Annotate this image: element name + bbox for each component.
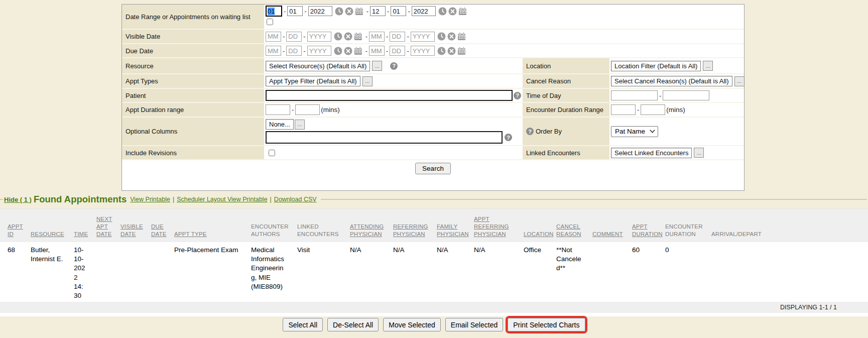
col-encounter-authors: ENCOUNTER AUTHORS: [243, 209, 290, 242]
clock-icon[interactable]: [437, 47, 446, 55]
due-from-year-input[interactable]: [307, 46, 331, 56]
download-csv-link[interactable]: Download CSV: [274, 196, 317, 203]
resource-select[interactable]: Select Resource(s) (Default is All): [266, 61, 370, 71]
cancel-reason-select[interactable]: Select Cancel Reason(s) (Default is All): [611, 76, 732, 86]
clock-icon[interactable]: [335, 7, 343, 16]
clock-icon[interactable]: [438, 7, 447, 16]
linked-encounters-picker-button[interactable]: ...: [694, 148, 704, 158]
date-to-year-input[interactable]: [412, 6, 436, 16]
time-of-day-to-input[interactable]: [663, 90, 709, 100]
hide-results-link[interactable]: Hide ( 1 ): [4, 196, 32, 203]
help-icon[interactable]: ?: [514, 92, 521, 99]
visible-from-month-input[interactable]: [266, 32, 281, 42]
date-range-label: Date Range or Appointments on waiting li…: [122, 5, 264, 29]
appt-types-select[interactable]: Appt Type Filter (Default is All): [266, 76, 360, 86]
calendar-icon[interactable]: [354, 32, 362, 41]
resource-picker-button[interactable]: ...: [372, 61, 382, 71]
clock-icon[interactable]: [334, 47, 342, 55]
optional-columns-select[interactable]: None...: [266, 119, 294, 130]
email-selected-button[interactable]: Email Selected: [445, 318, 503, 331]
patient-input[interactable]: [266, 90, 513, 101]
col-due-date: DUE DATE: [144, 209, 167, 242]
sort-family-physician-link[interactable]: FAMILY PHYSICIAN: [437, 223, 469, 237]
include-revisions-checkbox[interactable]: [269, 150, 275, 156]
clear-circle-icon[interactable]: [448, 7, 457, 16]
deselect-all-button[interactable]: De-Select All: [327, 318, 379, 331]
calendar-icon[interactable]: [458, 7, 467, 16]
clear-circle-icon[interactable]: [345, 7, 353, 16]
date-from-year-input[interactable]: [308, 6, 332, 16]
view-printable-link[interactable]: View Printable: [130, 196, 170, 203]
clock-icon[interactable]: [437, 32, 446, 41]
cell-due-date: [144, 242, 167, 302]
calendar-icon[interactable]: [355, 7, 363, 16]
sort-cancel-reason-link[interactable]: CANCEL REASON: [556, 223, 581, 237]
visible-from-day-input[interactable]: [286, 32, 302, 42]
date-to-month-input[interactable]: [370, 6, 386, 16]
due-to-year-input[interactable]: [411, 46, 435, 56]
linked-encounters-select[interactable]: Select Linked Encounters: [611, 148, 692, 158]
sort-location-link[interactable]: LOCATION: [524, 231, 554, 237]
sort-due-date-link[interactable]: DUE DATE: [151, 223, 167, 237]
search-button[interactable]: Search: [415, 163, 451, 174]
cell-appt-id: 68: [0, 242, 23, 302]
sort-referring-physician-link[interactable]: REFERRING PHYSICIAN: [393, 223, 428, 237]
sort-appt-referring-physician-link[interactable]: APPT REFERRING PHYSICIAN: [474, 216, 509, 237]
cancel-reason-picker-button[interactable]: ...: [734, 76, 745, 86]
help-icon[interactable]: ?: [390, 62, 398, 70]
appt-types-picker-button[interactable]: ...: [362, 76, 373, 86]
location-select[interactable]: Location Filter (Default is All): [611, 61, 701, 71]
appt-duration-to-input[interactable]: [295, 104, 320, 115]
due-to-month-input[interactable]: [369, 46, 385, 56]
location-picker-button[interactable]: ...: [703, 61, 713, 71]
select-all-button[interactable]: Select All: [283, 318, 323, 331]
scheduler-layout-view-printable-link[interactable]: Scheduler Layout View Printable: [177, 196, 267, 203]
sort-visible-date-link[interactable]: VISIBLE DATE: [120, 223, 143, 237]
encounter-duration-label: Encounter Duration Range: [523, 103, 609, 117]
clear-circle-icon[interactable]: [447, 32, 456, 41]
clock-icon[interactable]: [334, 32, 342, 41]
optional-columns-input[interactable]: [266, 131, 503, 144]
clear-circle-icon[interactable]: [344, 32, 352, 41]
linked-encounters-label: Linked Encounters: [523, 146, 609, 159]
link-separator: |: [270, 196, 272, 203]
calendar-icon[interactable]: [457, 32, 466, 41]
visible-to-month-input[interactable]: [369, 32, 385, 42]
resource-label: Resource: [122, 58, 264, 73]
table-row[interactable]: 68 Butler, Internist E. 10-10-2022 14:30…: [0, 242, 868, 302]
due-to-day-input[interactable]: [390, 46, 405, 56]
due-from-month-input[interactable]: [266, 46, 281, 56]
sort-attending-physician-link[interactable]: ATTENDING PHYSICIAN: [350, 223, 384, 237]
date-from-day-input[interactable]: [287, 6, 303, 16]
help-icon[interactable]: ?: [526, 128, 534, 135]
due-from-day-input[interactable]: [286, 46, 302, 56]
clear-circle-icon[interactable]: [344, 47, 352, 55]
visible-from-year-input[interactable]: [307, 32, 331, 42]
appt-duration-from-input[interactable]: [266, 104, 290, 115]
sort-appt-type-link[interactable]: APPT TYPE: [174, 231, 207, 237]
optional-columns-picker-button[interactable]: ...: [295, 120, 305, 130]
date-to-day-input[interactable]: [391, 6, 406, 16]
time-of-day-from-input[interactable]: [611, 90, 658, 100]
waiting-list-checkbox[interactable]: [267, 19, 273, 25]
help-icon[interactable]: ?: [505, 134, 512, 141]
sort-appt-id-link[interactable]: APPT ID: [8, 223, 23, 237]
order-by-select[interactable]: Pat Name: [611, 126, 658, 137]
sort-next-apt-date-link[interactable]: NEXT APT DATE: [96, 216, 112, 237]
results-title: Found Appointments: [34, 194, 127, 205]
clear-circle-icon[interactable]: [447, 47, 456, 55]
date-from-month-input[interactable]: 01: [266, 6, 282, 17]
visible-to-day-input[interactable]: [390, 32, 405, 42]
sort-comment-link[interactable]: COMMENT: [592, 231, 623, 237]
calendar-icon[interactable]: [354, 47, 362, 55]
move-selected-button[interactable]: Move Selected: [383, 318, 441, 331]
sort-resource-link[interactable]: RESOURCE: [31, 231, 64, 237]
encounter-duration-to-input[interactable]: [641, 104, 665, 115]
cell-referring-physician: N/A: [386, 242, 429, 302]
sort-time-link[interactable]: TIME: [74, 231, 88, 237]
calendar-icon[interactable]: [457, 47, 466, 55]
col-location: LOCATION: [516, 209, 549, 242]
encounter-duration-from-input[interactable]: [611, 104, 636, 115]
print-selected-charts-button[interactable]: Print Selected Charts: [508, 318, 585, 331]
visible-to-year-input[interactable]: [411, 32, 435, 42]
